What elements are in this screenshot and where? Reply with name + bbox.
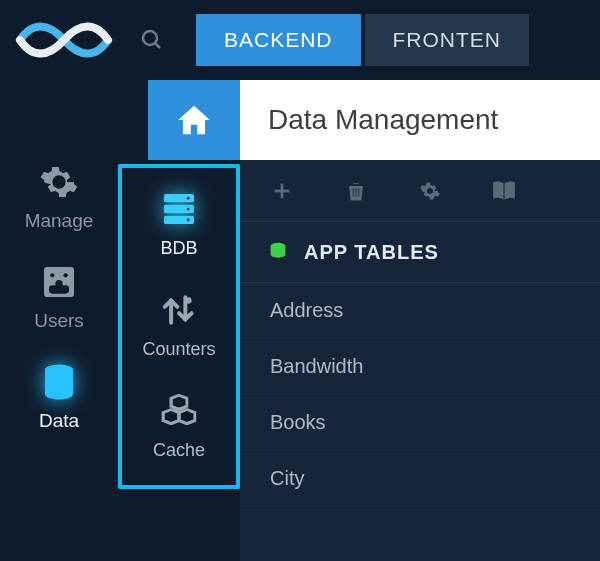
sidebar-item-users[interactable]: Users	[34, 260, 84, 332]
sub-item-label: Cache	[153, 440, 205, 461]
sub-item-cache[interactable]: Cache	[153, 390, 205, 461]
settings-button[interactable]	[416, 177, 444, 205]
database-icon	[266, 240, 290, 264]
trash-icon	[345, 180, 367, 202]
svg-point-6	[55, 280, 62, 287]
svg-point-4	[64, 273, 68, 277]
docs-button[interactable]	[490, 177, 518, 205]
home-button[interactable]	[148, 80, 240, 160]
svg-point-16	[185, 297, 191, 303]
table-row[interactable]: City	[240, 451, 600, 507]
svg-point-13	[187, 219, 190, 222]
content: Data Management APP TABLES Address Bandw…	[240, 80, 600, 561]
server-icon	[158, 188, 200, 230]
svg-point-12	[187, 208, 190, 211]
table-row[interactable]: Address	[240, 283, 600, 339]
search-button[interactable]	[132, 20, 172, 60]
add-button[interactable]	[268, 177, 296, 205]
sidebar-item-manage[interactable]: Manage	[25, 160, 94, 232]
table-row[interactable]: Bandwidth	[240, 339, 600, 395]
tab-backend[interactable]: BACKEND	[196, 14, 361, 66]
section-title: APP TABLES	[304, 241, 439, 264]
sub-item-label: BDB	[160, 238, 197, 259]
cache-icon	[158, 390, 200, 432]
toolbar	[240, 160, 600, 222]
page-title: Data Management	[240, 80, 600, 160]
nav-tabs: BACKEND FRONTEN	[196, 14, 533, 66]
book-icon	[491, 180, 517, 202]
secondary-sidebar: BDB Counters Cache	[118, 164, 240, 489]
sub-item-bdb[interactable]: BDB	[158, 188, 200, 259]
table-list: Address Bandwidth Books City	[240, 283, 600, 507]
svg-line-1	[155, 43, 160, 48]
sub-item-label: Counters	[142, 339, 215, 360]
home-icon	[175, 101, 213, 139]
svg-point-3	[50, 273, 54, 277]
topbar: BACKEND FRONTEN	[0, 0, 600, 80]
svg-point-0	[143, 31, 157, 45]
section-header[interactable]: APP TABLES	[240, 222, 600, 283]
sidebar-item-data[interactable]: Data	[37, 360, 81, 432]
gear-icon	[37, 160, 81, 204]
tab-frontend[interactable]: FRONTEN	[365, 14, 530, 66]
secondary-sidebar-wrap: BDB Counters Cache	[118, 80, 240, 561]
users-icon	[37, 260, 81, 304]
svg-point-11	[187, 197, 190, 200]
database-icon	[37, 360, 81, 404]
sidebar-item-label: Manage	[25, 210, 94, 232]
search-icon	[140, 28, 164, 52]
counters-icon	[158, 289, 200, 331]
table-row[interactable]: Books	[240, 395, 600, 451]
gear-icon	[418, 179, 442, 203]
plus-icon	[271, 180, 293, 202]
sidebar-item-label: Users	[34, 310, 84, 332]
sub-item-counters[interactable]: Counters	[142, 289, 215, 360]
primary-sidebar: Manage Users Data	[0, 80, 118, 561]
delete-button[interactable]	[342, 177, 370, 205]
logo	[14, 16, 114, 64]
layout: Manage Users Data BDB	[0, 80, 600, 561]
sidebar-item-label: Data	[39, 410, 79, 432]
